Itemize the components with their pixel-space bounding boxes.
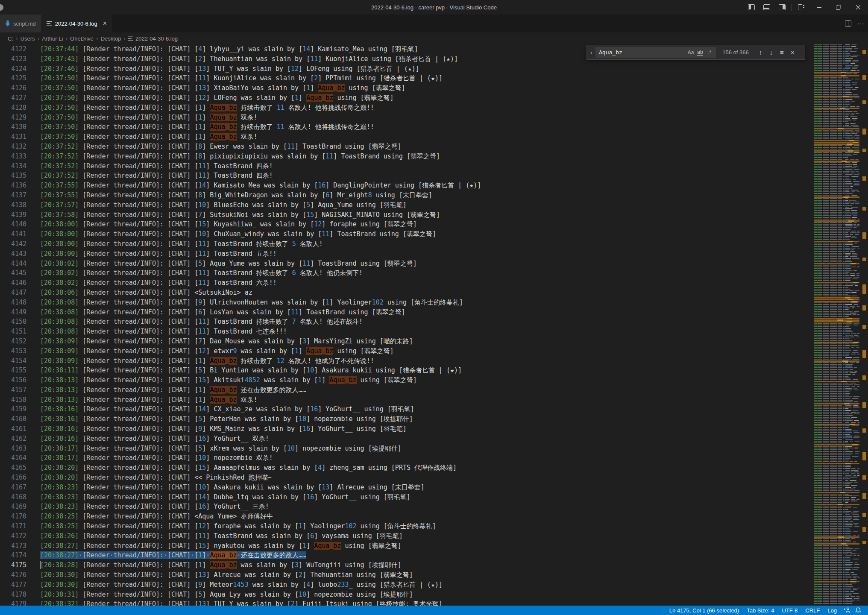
whole-word-icon[interactable]: ab [695, 48, 705, 57]
log-line-text[interactable]: [20:38:08] [Render thread/INFO]: [CHAT] … [40, 317, 363, 327]
minimize-button[interactable] [809, 0, 829, 15]
line-number[interactable]: 4142 [0, 239, 26, 249]
split-editor-icon[interactable] [845, 20, 851, 26]
regex-icon[interactable]: .* [705, 48, 714, 57]
log-line-text[interactable]: [20:38:08] [Render thread/INFO]: [CHAT] … [40, 327, 287, 337]
log-line-text[interactable]: [20:38:20] [Render thread/INFO]: [CHAT] … [40, 473, 272, 483]
breadcrumb-item[interactable]: OneDrive [70, 35, 94, 42]
line-number[interactable]: 4156 [0, 375, 26, 385]
line-number[interactable]: 4136 [0, 181, 26, 190]
log-line[interactable]: 4137[20:37:55] [Render thread/INFO]: [CH… [0, 190, 810, 200]
log-line[interactable]: 4175[20:38:28] [Render thread/INFO]: [CH… [0, 560, 810, 570]
log-line[interactable]: 4162[20:38:16] [Render thread/INFO]: [CH… [0, 434, 810, 444]
breadcrumb-item[interactable]: Desktop [101, 35, 121, 42]
log-line[interactable]: 4161[20:38:16] [Render thread/INFO]: [CH… [0, 424, 810, 434]
log-line-text[interactable]: [20:38:30] [Render thread/INFO]: [CHAT] … [40, 570, 413, 580]
log-line-text[interactable]: [20:38:23] [Render thread/INFO]: [CHAT] … [40, 483, 425, 492]
log-line[interactable]: 4148[20:38:08] [Render thread/INFO]: [CH… [0, 298, 810, 308]
line-number[interactable]: 4168 [0, 492, 26, 502]
line-number[interactable]: 4166 [0, 473, 26, 483]
previous-match-icon[interactable]: ↑ [755, 47, 766, 58]
log-line[interactable]: 4132[20:37:52] [Render thread/INFO]: [CH… [0, 142, 810, 152]
log-line-text[interactable]: [20:38:27] [Render thread/INFO]: [CHAT] … [40, 541, 402, 551]
log-line-text[interactable]: [20:38:02] [Render thread/INFO]: [CHAT] … [40, 268, 363, 278]
log-line-text[interactable]: [20:37:57] [Render thread/INFO]: [CHAT] … [40, 200, 407, 210]
line-number[interactable]: 4131 [0, 132, 26, 142]
log-line[interactable]: 4133[20:37:52] [Render thread/INFO]: [CH… [0, 152, 810, 161]
status-language-mode[interactable]: Log [824, 606, 841, 615]
log-line[interactable]: 4152[20:38:09] [Render thread/INFO]: [CH… [0, 337, 810, 346]
breadcrumb-item[interactable]: Arthur Li [42, 35, 63, 42]
log-line-text[interactable]: [20:38:16] [Render thread/INFO]: [CHAT] … [40, 434, 269, 444]
line-number[interactable]: 4162 [0, 434, 26, 444]
breadcrumb-item[interactable]: C: [8, 35, 13, 42]
log-line-text[interactable]: [20:38:28] [Render thread/INFO]: [CHAT] … [40, 560, 402, 570]
line-number[interactable]: 4132 [0, 142, 26, 152]
log-line[interactable]: 4139[20:37:58] [Render thread/INFO]: [CH… [0, 210, 810, 220]
tab-script-md[interactable]: script.md [0, 15, 41, 32]
log-line-text[interactable]: [20:38:32] [Render thread/INFO]: [CHAT] … [40, 599, 443, 606]
status-cursor-position[interactable]: Ln 4175, Col 1 (66 selected) [666, 606, 743, 615]
log-line[interactable]: 4141[20:38:00] [Render thread/INFO]: [CH… [0, 229, 810, 239]
line-number[interactable]: 4155 [0, 366, 26, 375]
line-number[interactable]: 4170 [0, 512, 26, 521]
log-line-text[interactable]: [20:37:50] [Render thread/INFO]: [CHAT] … [40, 113, 258, 123]
line-number[interactable]: 4175 [0, 560, 26, 570]
line-number[interactable]: 4179 [0, 599, 26, 606]
line-number[interactable]: 4128 [0, 103, 26, 113]
log-line[interactable]: 4127[20:37:50] [Render thread/INFO]: [CH… [0, 93, 810, 103]
log-line[interactable]: 4147[20:38:06] [Render thread/INFO]: [CH… [0, 288, 810, 298]
log-line[interactable]: 4130[20:37:50] [Render thread/INFO]: [CH… [0, 122, 810, 132]
breadcrumb-item-file[interactable]: 2022-04-30-6.log [128, 35, 178, 42]
log-line[interactable]: 4158[20:38:13] [Render thread/INFO]: [CH… [0, 395, 810, 405]
line-number[interactable]: 4158 [0, 395, 26, 405]
log-line[interactable]: 4170[20:38:25] [Render thread/INFO]: [CH… [0, 512, 810, 521]
log-line[interactable]: 4163[20:38:17] [Render thread/INFO]: [CH… [0, 444, 810, 454]
log-line[interactable]: 4165[20:38:20] [Render thread/INFO]: [CH… [0, 463, 810, 473]
log-line[interactable]: 4125[20:37:50] [Render thread/INFO]: [CH… [0, 73, 810, 83]
log-line[interactable]: 4167[20:38:23] [Render thread/INFO]: [CH… [0, 483, 810, 492]
line-number[interactable]: 4126 [0, 83, 26, 93]
log-line[interactable]: 4135[20:37:52] [Render thread/INFO]: [CH… [0, 171, 810, 181]
log-line[interactable]: 4155[20:38:11] [Render thread/INFO]: [CH… [0, 366, 810, 375]
log-line-text[interactable]: [20:37:45] [Render thread/INFO]: [CHAT] … [40, 54, 458, 64]
line-number[interactable]: 4154 [0, 356, 26, 366]
log-line[interactable]: 4124[20:37:46] [Render thread/INFO]: [CH… [0, 64, 810, 74]
log-line[interactable]: 4136[20:37:55] [Render thread/INFO]: [CH… [0, 181, 810, 190]
log-line[interactable]: 4143[20:38:00] [Render thread/INFO]: [CH… [0, 249, 810, 259]
log-line[interactable]: 4156[20:38:13] [Render thread/INFO]: [CH… [0, 375, 810, 385]
log-line[interactable]: 4140[20:38:00] [Render thread/INFO]: [CH… [0, 220, 810, 229]
log-line[interactable]: 4149[20:38:08] [Render thread/INFO]: [CH… [0, 308, 810, 317]
log-line[interactable]: 4159[20:38:16] [Render thread/INFO]: [CH… [0, 404, 810, 414]
log-line-text[interactable]: [20:38:23] [Render thread/INFO]: [CHAT] … [40, 492, 411, 502]
line-number[interactable]: 4124 [0, 64, 26, 74]
log-line-text[interactable]: [20:38:09] [Render thread/INFO]: [CHAT] … [40, 346, 394, 356]
line-number[interactable]: 4164 [0, 453, 26, 463]
notifications-bell-icon[interactable] [853, 606, 864, 615]
match-case-icon[interactable]: Aa [686, 48, 695, 57]
line-number[interactable]: 4140 [0, 220, 26, 229]
line-number[interactable]: 4145 [0, 268, 26, 278]
line-number[interactable]: 4137 [0, 190, 26, 200]
close-window-button[interactable] [848, 0, 868, 15]
log-line-text[interactable]: [20:37:52] [Render thread/INFO]: [CHAT] … [40, 152, 440, 161]
find-in-selection-icon[interactable]: ≡ [777, 47, 787, 58]
log-line[interactable]: 4166[20:38:20] [Render thread/INFO]: [CH… [0, 473, 810, 483]
line-number[interactable]: 4148 [0, 298, 26, 308]
log-line[interactable]: 4172[20:38:26] [Render thread/INFO]: [CH… [0, 531, 810, 541]
log-line-text[interactable]: [20:38:09] [Render thread/INFO]: [CHAT] … [40, 356, 374, 366]
log-line-text[interactable]: [20:38:02] [Render thread/INFO]: [CHAT] … [40, 259, 417, 269]
line-number[interactable]: 4146 [0, 278, 26, 288]
line-number[interactable]: 4122 [0, 44, 26, 54]
log-line-text[interactable]: [20:37:44] [Render thread/INFO]: [CHAT] … [40, 44, 418, 54]
log-line[interactable]: 4164[20:38:17] [Render thread/INFO]: [CH… [0, 453, 810, 463]
line-number[interactable]: 4135 [0, 171, 26, 181]
log-line[interactable]: 4126[20:37:50] [Render thread/INFO]: [CH… [0, 83, 810, 93]
line-number[interactable]: 4152 [0, 337, 26, 346]
line-number[interactable]: 4178 [0, 590, 26, 600]
status-indentation[interactable]: Tab Size: 4 [743, 606, 778, 615]
tab-close-icon[interactable]: × [103, 20, 107, 27]
minimap[interactable] [813, 44, 861, 606]
overview-ruler[interactable] [861, 44, 868, 606]
toggle-panel-icon[interactable] [759, 0, 774, 15]
